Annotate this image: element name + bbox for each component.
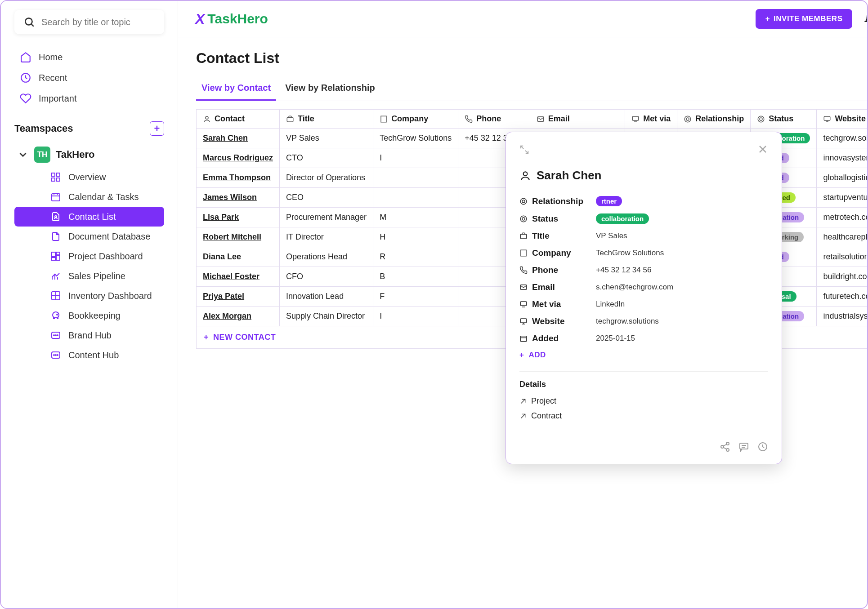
cell-contact[interactable]: Alex Morgan xyxy=(197,307,280,326)
cell-website: metrotech.com xyxy=(817,208,868,227)
svg-line-73 xyxy=(521,414,525,418)
relationship-pill: rtner xyxy=(596,196,622,206)
share-icon[interactable] xyxy=(720,441,730,452)
calendar-icon xyxy=(519,334,528,342)
nav-recent[interactable]: Recent xyxy=(14,67,164,88)
ws-label: Bookkeeping xyxy=(68,311,121,321)
ws-sales[interactable]: Sales Pipeline xyxy=(14,266,164,286)
svg-line-53 xyxy=(521,146,523,149)
status-pill: collaboration xyxy=(596,213,649,224)
ws-brand[interactable]: Brand Hub xyxy=(14,325,164,345)
cell-title: Procurement Manager xyxy=(280,208,373,227)
svg-rect-5 xyxy=(52,178,55,181)
piggybank-icon xyxy=(50,310,61,321)
col-metvia[interactable]: Met via xyxy=(625,110,677,129)
calendar-icon xyxy=(50,191,61,202)
col-website[interactable]: Website xyxy=(817,110,868,129)
tab-view-by-contact[interactable]: View by Contact xyxy=(196,76,276,101)
svg-rect-6 xyxy=(57,178,60,181)
cell-contact[interactable]: Diana Lee xyxy=(197,247,280,267)
svg-rect-4 xyxy=(57,173,60,176)
col-phone[interactable]: Phone xyxy=(458,110,530,129)
cell-company: TechGrow Solutions xyxy=(373,129,458,148)
svg-line-54 xyxy=(525,151,528,153)
cell-title: CFO xyxy=(280,267,373,287)
add-field-button[interactable]: +ADD xyxy=(519,347,768,368)
ws-projects[interactable]: Project Dashboard xyxy=(14,246,164,266)
cell-contact[interactable]: James Wilson xyxy=(197,188,280,208)
svg-rect-63 xyxy=(521,250,526,256)
ws-label: Project Dashboard xyxy=(68,251,143,262)
ws-overview[interactable]: Overview xyxy=(14,167,164,187)
new-contact-label: NEW CONTACT xyxy=(213,333,276,342)
cell-website: globallogistics.co xyxy=(817,168,868,188)
cell-title: Operations Head xyxy=(280,247,373,267)
cell-contact[interactable]: Marcus Rodriguez xyxy=(197,148,280,168)
cell-contact[interactable]: Lisa Park xyxy=(197,208,280,227)
message-icon xyxy=(50,330,61,341)
cell-contact[interactable]: Emma Thompson xyxy=(197,168,280,188)
ws-bookkeeping[interactable]: Bookkeeping xyxy=(14,306,164,325)
cell-contact[interactable]: Michael Foster xyxy=(197,267,280,287)
nav-important[interactable]: Important xyxy=(14,88,164,109)
bell-icon[interactable] xyxy=(864,13,868,25)
ws-contacts[interactable]: Contact List xyxy=(14,207,164,227)
nav-home[interactable]: Home xyxy=(14,47,164,67)
svg-rect-13 xyxy=(56,252,60,255)
cell-company: I xyxy=(373,148,458,168)
ws-label: Contact List xyxy=(68,212,116,222)
ws-label: Sales Pipeline xyxy=(68,271,125,281)
cell-website: innovasystems.com xyxy=(817,148,868,168)
col-title[interactable]: Title xyxy=(280,110,373,129)
ws-docs[interactable]: Document Database xyxy=(14,227,164,246)
briefcase-icon xyxy=(519,232,528,240)
dashboard-icon xyxy=(50,251,61,262)
cell-website: startupventures.io xyxy=(817,188,868,208)
cell-contact[interactable]: Priya Patel xyxy=(197,287,280,307)
search-input[interactable] xyxy=(41,17,155,27)
ws-calendar[interactable]: Calendar & Tasks xyxy=(14,187,164,207)
ws-label: Inventory Dashboard xyxy=(68,291,152,301)
col-contact[interactable]: Contact xyxy=(197,110,280,129)
col-relationship[interactable]: Relationship xyxy=(677,110,751,129)
cell-website: futuretech.co.uk xyxy=(817,287,868,307)
close-icon[interactable] xyxy=(757,144,768,158)
cell-title: Supply Chain Director xyxy=(280,307,373,326)
cell-contact[interactable]: Robert Mitchell xyxy=(197,227,280,247)
teamspace-toggle[interactable]: TH TakHero xyxy=(14,142,164,167)
history-icon[interactable] xyxy=(757,441,768,452)
person-icon xyxy=(519,170,531,182)
detail-link-project[interactable]: Project xyxy=(519,394,768,409)
phone-icon xyxy=(519,266,528,274)
svg-line-1 xyxy=(31,24,34,27)
monitor-icon xyxy=(519,317,528,325)
page-title: Contact List xyxy=(196,50,868,67)
nav-label: Important xyxy=(39,93,76,104)
ws-content[interactable]: Content Hub xyxy=(14,345,164,365)
mail-icon xyxy=(519,283,528,291)
svg-line-72 xyxy=(521,399,525,403)
arrow-icon xyxy=(519,398,527,405)
col-email[interactable]: Email xyxy=(530,110,625,129)
add-teamspace-button[interactable]: + xyxy=(150,121,164,136)
col-company[interactable]: Company xyxy=(373,110,458,129)
grid-icon xyxy=(50,172,61,182)
ws-inventory[interactable]: Inventory Dashboard xyxy=(14,286,164,306)
heart-icon xyxy=(20,93,31,104)
expand-icon[interactable] xyxy=(519,144,529,158)
plus-icon: + xyxy=(204,333,209,342)
svg-rect-3 xyxy=(52,173,55,176)
contact-icon xyxy=(50,211,61,222)
search-box[interactable] xyxy=(14,10,164,34)
comment-icon[interactable] xyxy=(738,441,749,452)
svg-rect-38 xyxy=(381,116,386,122)
col-status[interactable]: Status xyxy=(751,110,817,129)
tab-view-by-relationship[interactable]: View by Relationship xyxy=(280,76,380,101)
building-icon xyxy=(380,115,388,123)
detail-link-contract[interactable]: Contract xyxy=(519,409,768,423)
invite-members-button[interactable]: +INVITE MEMBERS xyxy=(756,9,853,29)
monitor-icon xyxy=(823,115,831,123)
cell-title: VP Sales xyxy=(280,129,373,148)
cell-contact[interactable]: Sarah Chen xyxy=(197,129,280,148)
svg-rect-37 xyxy=(287,117,293,122)
